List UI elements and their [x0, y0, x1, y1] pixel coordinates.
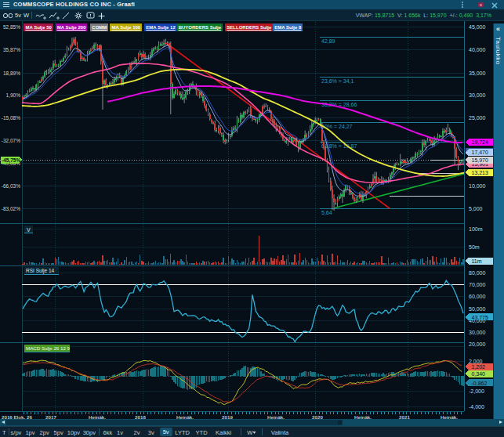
- svg-text:40,000: 40,000: [469, 47, 486, 52]
- svg-text:5,64: 5,64: [321, 210, 332, 215]
- svg-text:42,89: 42,89: [321, 38, 335, 44]
- svg-text:MACD Sulje 26 12 9: MACD Sulje 26 12 9: [26, 345, 71, 351]
- svg-text:5,000: 5,000: [469, 206, 483, 211]
- svg-text:30,000: 30,000: [469, 330, 486, 335]
- svg-text:13,213: 13,213: [472, 170, 489, 175]
- svg-text:100m: 100m: [469, 226, 483, 232]
- svg-text:50,000: 50,000: [469, 306, 486, 312]
- svg-text:15,970: 15,970: [472, 157, 489, 163]
- svg-text:-4,000: -4,000: [469, 404, 484, 410]
- svg-text:0,340: 0,340: [472, 371, 486, 377]
- svg-text:-2,000: -2,000: [469, 388, 484, 394]
- svg-text:43,775: 43,775: [472, 315, 489, 320]
- svg-text:60,000: 60,000: [469, 294, 486, 299]
- svg-text:23,6% = 34,1: 23,6% = 34,1: [321, 78, 354, 84]
- svg-text:1,90%: 1,90%: [6, 92, 21, 98]
- svg-text:70,000: 70,000: [469, 282, 486, 287]
- svg-text:17,470: 17,470: [472, 150, 489, 155]
- svg-text:-15,08%: -15,08%: [2, 115, 20, 121]
- svg-text:-32,07%: -32,07%: [2, 138, 20, 143]
- svg-text:45,000: 45,000: [469, 24, 486, 30]
- svg-text:35,000: 35,000: [469, 70, 486, 76]
- svg-text:80,000: 80,000: [469, 270, 486, 276]
- svg-text:52,85%: 52,85%: [3, 24, 20, 30]
- svg-text:18,89%: 18,89%: [3, 70, 20, 76]
- svg-text:RSI Sulje 14: RSI Sulje 14: [26, 268, 55, 274]
- svg-text:-66,03%: -66,03%: [2, 183, 20, 189]
- svg-text:20,000: 20,000: [469, 341, 486, 347]
- svg-text:-83,02%: -83,02%: [2, 206, 20, 211]
- svg-text:35,87%: 35,87%: [3, 47, 20, 52]
- svg-text:19,724: 19,724: [472, 139, 489, 145]
- svg-text:50m: 50m: [469, 244, 480, 250]
- svg-text:11m: 11m: [472, 258, 482, 264]
- svg-text:30,000: 30,000: [469, 92, 486, 98]
- svg-text:2,000: 2,000: [469, 359, 483, 364]
- svg-text:1,202: 1,202: [472, 364, 486, 370]
- svg-text:25,000: 25,000: [469, 115, 486, 121]
- svg-text:V: V: [27, 227, 31, 233]
- svg-text:-45,75%: -45,75%: [2, 157, 20, 164]
- svg-text:10,000: 10,000: [469, 183, 486, 189]
- svg-text:-0,862: -0,862: [472, 381, 488, 386]
